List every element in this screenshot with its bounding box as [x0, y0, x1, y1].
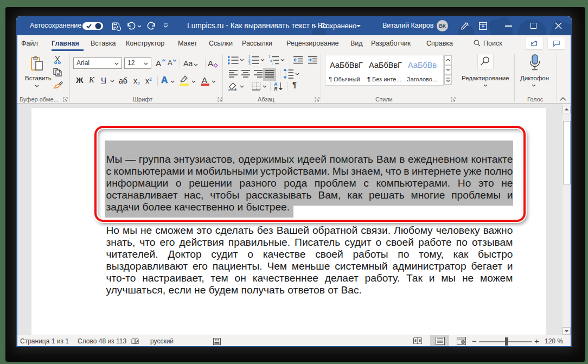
svg-text:Я: Я — [274, 86, 277, 92]
svg-text:3: 3 — [248, 62, 251, 66]
svg-text:i: i — [272, 62, 272, 66]
